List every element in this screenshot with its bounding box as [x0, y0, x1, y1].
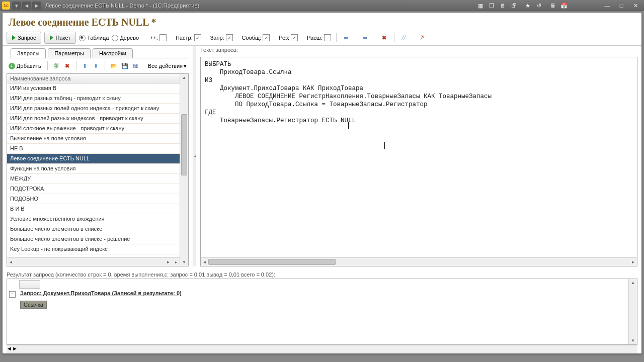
- left-tabs: Запросы Параметры Настройки: [7, 46, 189, 58]
- list-item[interactable]: ИЛИ для полей разных индексов - приводит…: [7, 114, 180, 124]
- left-panel: Запросы Параметры Настройки + Добавить 🗐…: [7, 46, 189, 266]
- tree-collapse-icon[interactable]: −: [9, 291, 16, 298]
- maximize-button[interactable]: □: [615, 2, 628, 10]
- delete-icon[interactable]: ✖: [63, 61, 72, 70]
- editor-hscroll[interactable]: ◄►: [201, 257, 637, 266]
- list-item[interactable]: Большое число элементов в списке: [7, 224, 180, 234]
- move-down-icon[interactable]: ⬇: [92, 61, 101, 70]
- save-icon[interactable]: 💾: [120, 61, 129, 70]
- list-item[interactable]: ПОДОБНО: [7, 194, 180, 204]
- list-hscroll[interactable]: ◄►▸: [7, 257, 180, 266]
- main-toolbar: Запрос Пакет Таблица Дерево ++: Настр:✓ …: [3, 30, 641, 46]
- titlebar-icon-4[interactable]: 🗗: [509, 2, 519, 10]
- nav-dropdown[interactable]: ▾: [12, 2, 21, 10]
- result-column-header[interactable]: Ссылка: [20, 301, 47, 309]
- plus-icon: +: [9, 63, 15, 69]
- list-item[interactable]: ПОДСТРОКА: [7, 184, 180, 194]
- secondary-caret: [384, 142, 385, 149]
- prev-query-icon[interactable]: ⬅: [342, 33, 351, 42]
- app-icon: 1c: [2, 2, 10, 10]
- result-grid[interactable]: − Запрос: Документ.ПриходТовара (Записей…: [7, 279, 628, 344]
- opt-plusplus[interactable]: ++:: [150, 34, 167, 41]
- add-button[interactable]: + Добавить: [7, 61, 43, 71]
- run-query-button[interactable]: Запрос: [7, 32, 41, 44]
- list-item[interactable]: ИЛИ для разных таблиц - приводит к скану: [7, 94, 180, 104]
- result-area: Результат запроса (количество строк = 0,…: [3, 268, 641, 353]
- list-item[interactable]: В И В: [7, 204, 180, 214]
- calculator-icon[interactable]: 🖩: [548, 2, 558, 10]
- view-table-radio[interactable]: Таблица: [79, 35, 109, 41]
- list-item[interactable]: Условие множественного вхождения: [7, 214, 180, 224]
- titlebar-icon-2[interactable]: ❐: [487, 2, 497, 10]
- play-icon: [50, 35, 53, 40]
- result-vscroll[interactable]: ▲▼: [628, 279, 637, 344]
- list-item[interactable]: ИЛИ сложное выражение - приводит к скану: [7, 124, 180, 134]
- result-group-row[interactable]: Запрос: Документ.ПриходТовара (Записей в…: [20, 290, 182, 296]
- workspace: Левое соединение ЕСТЬ NULL * Запрос Паке…: [2, 12, 642, 354]
- calendar-icon[interactable]: 📅: [559, 2, 569, 10]
- list-item[interactable]: НЕ В: [7, 144, 180, 154]
- window-title: Левое соединение ЕСТЬ NULL - Demo * - (1…: [45, 3, 199, 9]
- titlebar-icon-1[interactable]: ▦: [475, 2, 486, 10]
- query-editor[interactable]: ВЫБРАТЬ ПриходТовара.Ссылка ИЗ Документ.…: [201, 57, 637, 257]
- clear-icon[interactable]: ✖: [380, 33, 389, 42]
- view-tree-radio[interactable]: Дерево: [112, 35, 139, 41]
- comment-icon[interactable]: //: [399, 33, 409, 42]
- list-item[interactable]: Левое соединение ЕСТЬ NULL: [7, 154, 180, 164]
- save-all-icon[interactable]: 🖫: [131, 61, 140, 70]
- favorites-icon[interactable]: ★: [523, 2, 533, 10]
- nav-back[interactable]: ◄: [22, 2, 31, 10]
- list-item[interactable]: Функции на поле условия: [7, 164, 180, 174]
- tab-settings[interactable]: Настройки: [93, 48, 133, 58]
- run-batch-label: Пакет: [55, 35, 70, 41]
- opt-nastr[interactable]: Настр:✓: [176, 34, 201, 41]
- opt-soobsh[interactable]: Сообщ:✓: [242, 34, 270, 41]
- list-vscroll[interactable]: ▲ ▼: [180, 74, 188, 266]
- copy-icon[interactable]: 🗐: [52, 61, 61, 70]
- list-toolbar: + Добавить 🗐 ✖ ⬆ ⬇ 📂 💾 🖫 Все действия▾: [7, 58, 189, 73]
- move-up-icon[interactable]: ⬆: [80, 61, 90, 70]
- nav-forward[interactable]: ►: [32, 2, 41, 10]
- query-text-label: Текст запроса:: [200, 46, 637, 57]
- uncomment-icon[interactable]: /×: [418, 33, 427, 42]
- opt-pes[interactable]: Рез:✓: [279, 34, 298, 41]
- list-item[interactable]: Key Lookup - не покрывающий индекс: [7, 244, 180, 254]
- play-icon: [12, 35, 16, 40]
- result-label: Результат запроса (количество строк = 0,…: [7, 270, 637, 279]
- list-item[interactable]: МЕЖДУ: [7, 174, 180, 184]
- list-header[interactable]: Наименование запроса: [7, 74, 180, 83]
- run-batch-button[interactable]: Пакет: [44, 32, 76, 44]
- all-actions-menu[interactable]: Все действия▾: [146, 63, 189, 69]
- list-item[interactable]: ИЛИ из условия В: [7, 83, 180, 94]
- list-item[interactable]: Большое число элементов в списке - решен…: [7, 234, 180, 244]
- minimize-button[interactable]: —: [601, 2, 614, 10]
- right-panel: Текст запроса: ВЫБРАТЬ ПриходТовара.Ссыл…: [200, 46, 637, 266]
- query-list: Наименование запроса ИЛИ из условия ВИЛИ…: [7, 73, 189, 266]
- list-item[interactable]: Вычисление на поле условия: [7, 134, 180, 144]
- result-header-cell[interactable]: [19, 280, 40, 289]
- history-icon[interactable]: ↺: [534, 2, 544, 10]
- tab-queries[interactable]: Запросы: [11, 48, 46, 58]
- titlebar-icon-3[interactable]: 🗎: [498, 2, 508, 10]
- list-item[interactable]: ИЛИ для разных полей одного индекса - пр…: [7, 104, 180, 114]
- opt-rasch[interactable]: Расш:: [307, 34, 331, 41]
- tab-params[interactable]: Параметры: [48, 48, 91, 58]
- splitter[interactable]: ◂: [193, 46, 196, 266]
- next-query-icon[interactable]: ➡: [361, 33, 370, 42]
- load-icon[interactable]: 📂: [109, 61, 118, 70]
- run-query-label: Запрос: [18, 35, 36, 41]
- opt-zapr[interactable]: Запр:✓: [210, 34, 233, 41]
- page-title: Левое соединение ЕСТЬ NULL *: [3, 13, 641, 30]
- window-titlebar: 1c ▾ ◄ ► Левое соединение ЕСТЬ NULL - De…: [0, 0, 644, 11]
- result-hscroll[interactable]: ◄►: [7, 345, 637, 353]
- close-button[interactable]: ✕: [629, 2, 642, 10]
